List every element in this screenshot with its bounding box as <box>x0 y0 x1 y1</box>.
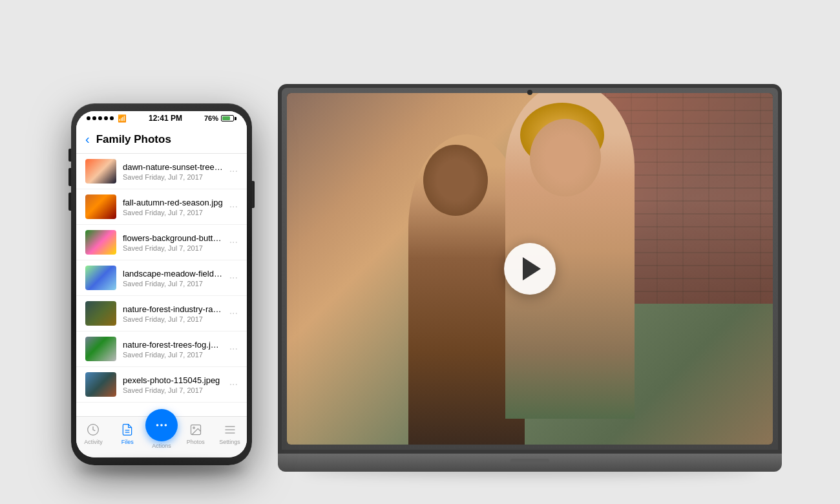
svg-point-5 <box>165 424 167 426</box>
clock-icon <box>85 422 101 437</box>
file-more-button[interactable]: ··· <box>229 308 238 319</box>
tab-activity[interactable]: Activity <box>76 422 110 445</box>
signal-dot-2 <box>92 116 96 120</box>
file-name: landscape-meadow-field-m... <box>123 269 223 278</box>
phone: 📶 12:41 PM 76% <box>71 103 252 465</box>
battery-tip <box>235 117 236 120</box>
face-right <box>530 119 601 196</box>
tab-activity-label: Activity <box>84 439 103 445</box>
settings-icon <box>222 422 238 437</box>
tab-files[interactable]: Files <box>110 422 145 445</box>
file-thumbnail <box>85 194 116 219</box>
phone-shadow <box>78 462 246 475</box>
actions-fab[interactable] <box>145 409 178 441</box>
play-icon <box>523 257 541 280</box>
tab-settings[interactable]: Settings <box>213 422 247 445</box>
file-date: Saved Friday, Jul 7, 2017 <box>123 315 223 323</box>
signal-dots: 📶 <box>87 114 127 123</box>
file-date: Saved Friday, Jul 7, 2017 <box>123 351 223 359</box>
file-more-button[interactable]: ··· <box>229 236 238 248</box>
tab-actions[interactable]: Actions <box>145 422 179 449</box>
file-item[interactable]: nature-forest-trees-fog.jpeg Saved Frida… <box>76 331 247 367</box>
scene: 📶 12:41 PM 76% <box>32 19 808 485</box>
file-name: fall-autumn-red-season.jpg <box>123 198 223 207</box>
file-thumbnail <box>85 301 116 326</box>
svg-point-7 <box>193 427 195 429</box>
laptop-screen <box>287 93 773 445</box>
nav-title: Family Photos <box>96 133 171 146</box>
file-date: Saved Friday, Jul 7, 2017 <box>123 209 223 216</box>
file-item[interactable]: landscape-meadow-field-m... Saved Friday… <box>76 260 247 296</box>
file-item[interactable]: flowers-background-butterfl... Saved Fri… <box>76 225 247 260</box>
tab-photos[interactable]: Photos <box>178 422 213 445</box>
file-info: nature-forest-industry-rails.j... Saved … <box>123 304 223 323</box>
wifi-icon: 📶 <box>118 114 127 123</box>
file-more-button[interactable]: ··· <box>229 201 238 213</box>
laptop-lid <box>278 84 782 454</box>
file-date: Saved Friday, Jul 7, 2017 <box>123 386 223 394</box>
phone-screen-area: 📶 12:41 PM 76% <box>76 111 247 457</box>
file-thumbnail <box>85 266 116 290</box>
file-info: flowers-background-butterfl... Saved Fri… <box>123 233 223 252</box>
tab-bar: Activity <box>76 416 247 457</box>
photos-icon <box>188 422 204 437</box>
laptop-photo <box>287 93 773 445</box>
screen-content: 📶 12:41 PM 76% <box>76 111 247 457</box>
file-info: nature-forest-trees-fog.jpeg Saved Frida… <box>123 340 223 359</box>
file-item[interactable]: fall-autumn-red-season.jpg Saved Friday,… <box>76 189 247 225</box>
battery-fill <box>222 116 230 120</box>
file-thumbnail <box>85 230 116 255</box>
file-item[interactable]: dawn-nature-sunset-trees.jpg Saved Frida… <box>76 154 247 189</box>
battery-percent: 76% <box>204 114 218 122</box>
status-bar: 📶 12:41 PM 76% <box>76 111 247 125</box>
file-info: landscape-meadow-field-m... Saved Friday… <box>123 269 223 288</box>
svg-point-4 <box>160 424 163 426</box>
signal-dot-5 <box>110 116 114 120</box>
tab-settings-label: Settings <box>219 439 240 445</box>
file-name: pexels-photo-115045.jpeg <box>123 375 223 385</box>
files-icon <box>120 422 135 437</box>
file-date: Saved Friday, Jul 7, 2017 <box>123 173 223 181</box>
file-date: Saved Friday, Jul 7, 2017 <box>123 280 223 288</box>
svg-point-3 <box>156 424 159 426</box>
tab-actions-label: Actions <box>152 443 171 449</box>
file-thumbnail <box>85 159 116 184</box>
tab-photos-label: Photos <box>187 439 205 445</box>
file-date: Saved Friday, Jul 7, 2017 <box>123 244 223 252</box>
power-button[interactable] <box>252 181 255 208</box>
laptop-camera <box>527 90 532 95</box>
phone-outer: 📶 12:41 PM 76% <box>71 103 252 465</box>
back-button[interactable]: ‹ <box>85 132 90 147</box>
file-more-button[interactable]: ··· <box>229 272 238 284</box>
laptop-body <box>278 454 782 472</box>
signal-dot-4 <box>104 116 108 120</box>
battery-icon <box>221 115 236 121</box>
laptop <box>278 84 782 472</box>
file-name: nature-forest-industry-rails.j... <box>123 304 223 314</box>
file-item[interactable]: nature-forest-industry-rails.j... Saved … <box>76 296 247 331</box>
file-more-button[interactable]: ··· <box>229 165 238 177</box>
file-more-button[interactable]: ··· <box>229 379 238 390</box>
status-right: 76% <box>204 114 236 122</box>
signal-dot-1 <box>87 116 90 120</box>
file-info: fall-autumn-red-season.jpg Saved Friday,… <box>123 198 223 216</box>
file-item[interactable]: pexels-photo-115045.jpeg Saved Friday, J… <box>76 367 247 403</box>
file-name: nature-forest-trees-fog.jpeg <box>123 340 223 350</box>
file-info: dawn-nature-sunset-trees.jpg Saved Frida… <box>123 162 223 181</box>
battery-body <box>221 115 234 121</box>
file-name: dawn-nature-sunset-trees.jpg <box>123 162 223 172</box>
file-thumbnail <box>85 372 116 397</box>
file-thumbnail <box>85 337 116 361</box>
file-name: flowers-background-butterfl... <box>123 233 223 243</box>
tab-files-label: Files <box>121 439 134 445</box>
signal-dot-3 <box>98 116 102 120</box>
file-info: pexels-photo-115045.jpeg Saved Friday, J… <box>123 375 223 394</box>
file-list: dawn-nature-sunset-trees.jpg Saved Frida… <box>76 154 247 416</box>
nav-bar: ‹ Family Photos <box>76 125 247 154</box>
file-more-button[interactable]: ··· <box>229 343 238 355</box>
status-time: 12:41 PM <box>149 114 182 123</box>
play-button[interactable] <box>504 243 556 295</box>
face-left <box>423 145 488 216</box>
